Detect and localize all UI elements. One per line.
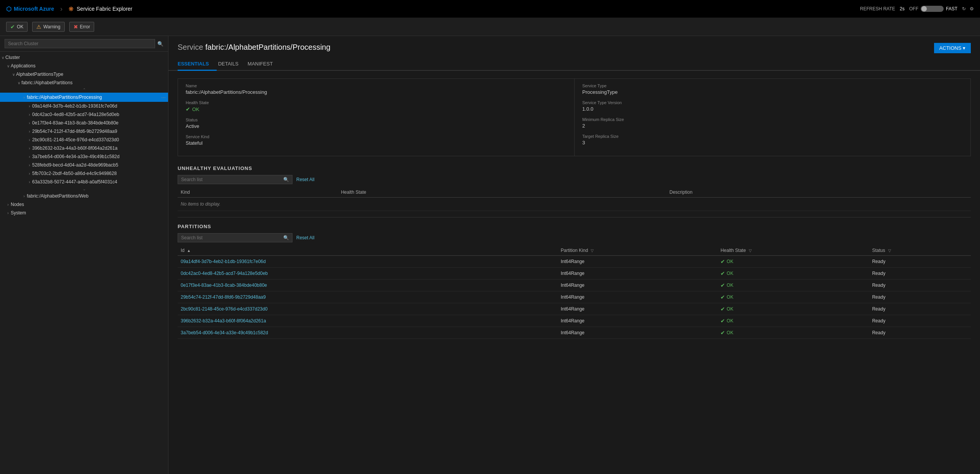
toggle-track[interactable] [921, 6, 944, 12]
partition-status: Ready [869, 268, 971, 279]
search-input[interactable] [5, 39, 155, 48]
partition-kind: Int64Range [558, 291, 718, 303]
refresh-toggle[interactable]: OFF FAST [909, 6, 957, 12]
col-partition-kind: Partition Kind ▽ [558, 245, 718, 256]
unhealthy-search-row: 🔍 Reset All [178, 175, 971, 184]
chevron-icon: › [27, 172, 32, 176]
tab-manifest[interactable]: MANIFEST [248, 58, 281, 71]
health-ok-label: OK [192, 106, 199, 112]
sidebar-item-partition8[interactable]: ›528febd9-becd-4d04-aa2d-48de969bacb5 [0, 161, 168, 169]
chevron-icon: › [27, 146, 32, 150]
tree-scroll-down[interactable]: ⌄ [0, 186, 168, 192]
sidebar-item-partition4[interactable]: ›29b54c74-212f-47dd-8fd6-9b2729d48aa9 [0, 127, 168, 136]
error-button[interactable]: ✖ Error [69, 22, 95, 32]
sidebar: 🔍 ∨Cluster∨Applications∨AlphabetPartitio… [0, 36, 168, 474]
partition-health: ✔ OK [717, 256, 869, 268]
chevron-icon: › [5, 203, 11, 207]
chevron-icon: ∨ [11, 72, 16, 77]
sidebar-item-label: 2bc90c81-2148-45ce-976d-e4cd337d23d0 [32, 137, 168, 142]
refresh-label: REFRESH RATE [860, 6, 895, 11]
filter-icon-kind[interactable]: ▽ [591, 248, 594, 253]
sidebar-item-partition7[interactable]: ›3a7beb54-d006-4e34-a33e-49c49b1c582d [0, 152, 168, 161]
sidebar-item-alphabetPartitionsType[interactable]: ∨AlphabetPartitionsType [0, 70, 168, 78]
actions-button[interactable]: ACTIONS ▾ [934, 43, 971, 53]
col-status: Status ▽ [869, 245, 971, 256]
sidebar-item-fabricAlphabetPartitionsProcessing[interactable]: ›fabric:/AlphabetPartitions/Processing··… [0, 93, 168, 102]
target-replica-value: 3 [582, 140, 963, 145]
app-title: ❋ Service Fabric Explorer [69, 5, 132, 13]
partition-id[interactable]: 09a14df4-3d7b-4eb2-b1db-19361fc7e06d [178, 256, 558, 268]
warning-icon: ⚠ [36, 24, 41, 30]
warning-button[interactable]: ⚠ Warning [32, 22, 64, 32]
sort-icon[interactable]: ▲ [187, 248, 191, 253]
filter-icon-status[interactable]: ▽ [888, 248, 891, 253]
essentials-grid: Name fabric:/AlphabetPartitions/Processi… [178, 78, 971, 156]
partition-health: ✔ OK [717, 327, 869, 339]
partition-kind: Int64Range [558, 268, 718, 279]
service-type-version-value: 1.0.0 [582, 106, 963, 112]
partitions-search-icon: 🔍 [283, 235, 289, 240]
tab-details[interactable]: DETAILS [218, 58, 246, 71]
sidebar-item-fabricAlphabetPartitions[interactable]: ∨fabric:/AlphabetPartitions [0, 78, 168, 87]
sidebar-item-fabricAlphabetPartitionsWeb[interactable]: ›fabric:/AlphabetPartitions/Web [0, 192, 168, 200]
tab-essentials[interactable]: ESSENTIALS [178, 58, 217, 71]
name-value: fabric:/AlphabetPartitions/Processing [186, 89, 567, 95]
search-icon: 🔍 [157, 41, 163, 47]
chevron-icon: › [27, 113, 32, 117]
table-row: 2bc90c81-2148-45ce-976d-e4cd337d23d0 Int… [178, 303, 971, 315]
refresh-icon[interactable]: ↻ [962, 6, 966, 11]
sidebar-item-partition1[interactable]: ›09a14df4-3d7b-4eb2-b1db-19361fc7e06d [0, 102, 168, 110]
tree-scroll-up[interactable]: ⌃ [0, 87, 168, 93]
sidebar-item-partition3[interactable]: ›0e17f3e4-83ae-41b3-8cab-384bde40b80e [0, 119, 168, 127]
ok-icon: ✔ [10, 24, 15, 30]
col-description: Description [666, 187, 971, 198]
partition-status: Ready [869, 303, 971, 315]
azure-brand[interactable]: ⬡ Microsoft Azure [6, 5, 54, 13]
sidebar-item-partition6[interactable]: ›396b2632-b32a-44a3-b60f-8f064a2d261a [0, 144, 168, 152]
app-title-label: Service Fabric Explorer [77, 6, 132, 12]
sidebar-item-cluster[interactable]: ∨Cluster [0, 53, 168, 62]
col-health-state: Health State ▽ [717, 245, 869, 256]
sidebar-item-nodes[interactable]: ›Nodes [0, 200, 168, 209]
unhealthy-eval-table: Kind Health State Description No items t… [178, 187, 971, 211]
field-service-type: Service Type ProcessingType [582, 83, 963, 95]
target-replica-label: Target Replica Size [582, 134, 963, 139]
partitions-table: Id ▲ Partition Kind ▽ Health State ▽ S [178, 245, 971, 339]
partitions-search-input[interactable] [181, 235, 283, 240]
partition-id[interactable]: 0dc42ac0-4ed8-42b5-acd7-94a128e5d0eb [178, 268, 558, 279]
health-label: Health State [186, 100, 567, 105]
filter-icon-health[interactable]: ▽ [749, 248, 752, 253]
sidebar-item-system[interactable]: ›System [0, 209, 168, 217]
error-icon: ✖ [74, 24, 78, 30]
partition-id[interactable]: 2bc90c81-2148-45ce-976d-e4cd337d23d0 [178, 303, 558, 315]
chevron-icon: ∨ [0, 56, 5, 60]
health-value: ✔ OK [186, 106, 567, 112]
partition-id[interactable]: 3a7beb54-d006-4e34-a33e-49c49b1c582d [178, 327, 558, 339]
essentials-left: Name fabric:/AlphabetPartitions/Processi… [178, 79, 574, 156]
more-icon[interactable]: ··· [159, 94, 168, 100]
service-type-label: Service Type [582, 83, 963, 88]
sidebar-item-partition2[interactable]: ›0dc42ac0-4ed8-42b5-acd7-94a128e5d0eb [0, 110, 168, 119]
ok-check-icon: ✔ [720, 282, 725, 288]
sidebar-item-applications[interactable]: ∨Applications [0, 62, 168, 70]
partition-id[interactable]: 396b2632-b32a-44a3-b60f-8f064a2d261a [178, 315, 558, 327]
partition-status: Ready [869, 279, 971, 291]
partition-id[interactable]: 29b54c74-212f-47dd-8fd6-9b2729d48aa9 [178, 291, 558, 303]
unhealthy-search-box: 🔍 [178, 175, 292, 184]
sidebar-item-label: AlphabetPartitionsType [16, 72, 168, 77]
partition-status: Ready [869, 315, 971, 327]
partition-id[interactable]: 0e17f3e4-83ae-41b3-8cab-384bde40b80e [178, 279, 558, 291]
unhealthy-reset-link[interactable]: Reset All [296, 177, 314, 182]
chevron-icon: › [21, 95, 27, 100]
sidebar-item-label: 29b54c74-212f-47dd-8fd6-9b2729d48aa9 [32, 129, 168, 134]
sidebar-item-label: 09a14df4-3d7b-4eb2-b1db-19361fc7e06d [32, 103, 168, 109]
nav-separator: › [60, 5, 62, 13]
sidebar-item-partition9[interactable]: ›5fb703c2-2bdf-4b50-a86d-e4c9c9498628 [0, 169, 168, 178]
chevron-icon: › [27, 138, 32, 142]
sidebar-item-partition5[interactable]: ›2bc90c81-2148-45ce-976d-e4cd337d23d0 [0, 136, 168, 144]
sidebar-item-partition10[interactable]: ›63a332b8-5072-4447-a4b8-a0af5f4031c4 [0, 178, 168, 186]
unhealthy-search-input[interactable] [181, 177, 283, 182]
settings-icon[interactable]: ⚙ [970, 6, 974, 11]
partitions-reset-link[interactable]: Reset All [296, 235, 314, 240]
ok-button[interactable]: ✔ OK [6, 22, 28, 32]
